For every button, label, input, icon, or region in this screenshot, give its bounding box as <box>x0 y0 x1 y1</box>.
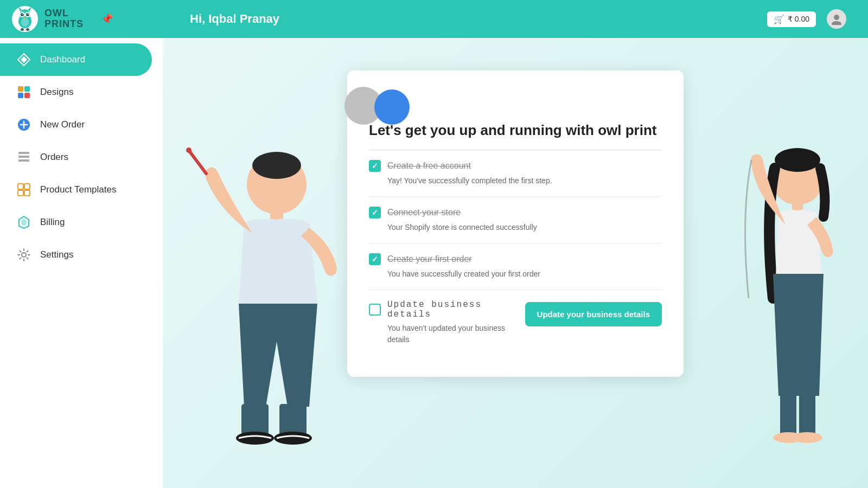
step-checkbox-connect-store[interactable] <box>369 207 381 219</box>
step-desc-business-details: You haven't updated your business detail… <box>387 323 516 345</box>
svg-rect-23 <box>18 86 23 92</box>
svg-point-19 <box>834 15 839 20</box>
svg-rect-25 <box>18 93 23 98</box>
step-checkbox-business-details[interactable] <box>369 304 381 316</box>
orders-icon <box>15 149 33 166</box>
svg-point-8 <box>26 13 29 16</box>
svg-point-9 <box>22 14 23 15</box>
cart-amount: ₹ 0.00 <box>788 15 809 23</box>
sidebar-item-product-templates[interactable]: Product Templates <box>0 174 163 206</box>
svg-point-20 <box>832 21 841 25</box>
logo[interactable]: OWL PRINTS <box>11 5 84 33</box>
greeting-text: Hi, Iqbal Pranay <box>174 12 767 26</box>
settings-icon <box>15 246 33 264</box>
svg-rect-32 <box>18 159 29 162</box>
step-checkbox-first-order[interactable] <box>369 253 381 265</box>
svg-point-41 <box>252 152 301 179</box>
svg-point-39 <box>22 253 26 257</box>
svg-point-48 <box>186 147 192 153</box>
svg-rect-53 <box>799 393 815 436</box>
step-title-create-account: Create a free account <box>387 161 471 171</box>
billing-icon <box>15 214 33 231</box>
svg-line-47 <box>190 152 206 174</box>
avatar-blue <box>374 89 410 125</box>
step-business-details: Update business details You haven't upda… <box>369 290 662 355</box>
svg-point-12 <box>21 18 29 27</box>
step-first-order: Create your first order You have success… <box>369 243 662 290</box>
step-desc-create-account: Yay! You've successfully completed the f… <box>387 175 662 187</box>
sidebar-item-billing[interactable]: Billing <box>0 206 163 239</box>
content-area: Welcome <box>163 38 868 488</box>
user-icon <box>831 13 843 25</box>
header: OWL PRINTS 📌 Hi, Iqbal Pranay 🛒 ₹ 0.00 <box>0 0 868 38</box>
sidebar-label-designs: Designs <box>40 87 73 98</box>
user-avatar[interactable] <box>827 9 846 29</box>
new-order-icon <box>15 116 33 133</box>
sidebar-label-dashboard: Dashboard <box>40 54 85 65</box>
svg-rect-35 <box>18 190 23 196</box>
sidebar-item-settings[interactable]: Settings <box>0 239 163 271</box>
sidebar-label-new-order: New Order <box>40 119 85 130</box>
step-desc-first-order: You have successfully created your first… <box>387 268 662 280</box>
svg-marker-38 <box>21 219 27 226</box>
svg-point-55 <box>792 432 822 443</box>
step-title-business-details: Update business details <box>387 300 516 319</box>
svg-rect-30 <box>18 152 29 154</box>
sidebar: Dashboard Designs New Ord <box>0 38 163 488</box>
designs-icon <box>15 84 33 101</box>
sidebar-item-designs[interactable]: Designs <box>0 76 163 108</box>
sidebar-label-orders: Orders <box>40 152 68 163</box>
sidebar-item-new-order[interactable]: New Order <box>0 108 163 141</box>
svg-rect-31 <box>18 156 29 158</box>
pin-icon[interactable]: 📌 <box>101 13 113 25</box>
sidebar-label-product-templates: Product Templates <box>40 184 116 195</box>
svg-point-10 <box>28 14 29 15</box>
svg-rect-26 <box>24 93 30 98</box>
dashboard-icon <box>15 51 33 68</box>
svg-point-7 <box>21 13 24 16</box>
update-business-button[interactable]: Update your business details <box>525 302 662 326</box>
logo-text: OWL PRINTS <box>44 8 84 30</box>
svg-rect-24 <box>24 86 30 92</box>
step-create-account: Create a free account Yay! You've succes… <box>369 150 662 197</box>
cart-icon: 🛒 <box>774 14 784 24</box>
onboarding-card: Let's get you up and running with owl pr… <box>347 70 684 377</box>
svg-marker-22 <box>21 56 27 63</box>
cart-balance[interactable]: 🛒 ₹ 0.00 <box>767 11 816 27</box>
step-title-first-order: Create your first order <box>387 254 472 264</box>
sidebar-label-billing: Billing <box>40 217 65 228</box>
step-checkbox-create-account[interactable] <box>369 160 381 172</box>
header-right: 🛒 ₹ 0.00 <box>767 9 857 29</box>
svg-point-50 <box>775 148 820 172</box>
svg-rect-52 <box>780 393 796 436</box>
sidebar-item-orders[interactable]: Orders <box>0 141 163 174</box>
product-templates-icon <box>15 181 33 198</box>
svg-rect-34 <box>24 184 30 189</box>
svg-rect-33 <box>18 184 23 189</box>
owl-logo-icon <box>11 5 39 33</box>
step-connect-store: Connect your store Your Shopify store is… <box>369 197 662 243</box>
onboarding-title: Let's get you up and running with owl pr… <box>369 117 662 139</box>
figure-left <box>179 108 353 488</box>
step-desc-connect-store: Your Shopify store is connected successf… <box>387 222 662 233</box>
main-layout: Dashboard Designs New Ord <box>0 38 868 488</box>
sidebar-label-settings: Settings <box>40 249 73 260</box>
sidebar-item-dashboard[interactable]: Dashboard <box>0 43 152 76</box>
svg-rect-36 <box>24 190 30 196</box>
step-title-connect-store: Connect your store <box>387 208 461 217</box>
figure-right <box>743 108 852 488</box>
header-left: OWL PRINTS 📌 <box>11 5 174 33</box>
